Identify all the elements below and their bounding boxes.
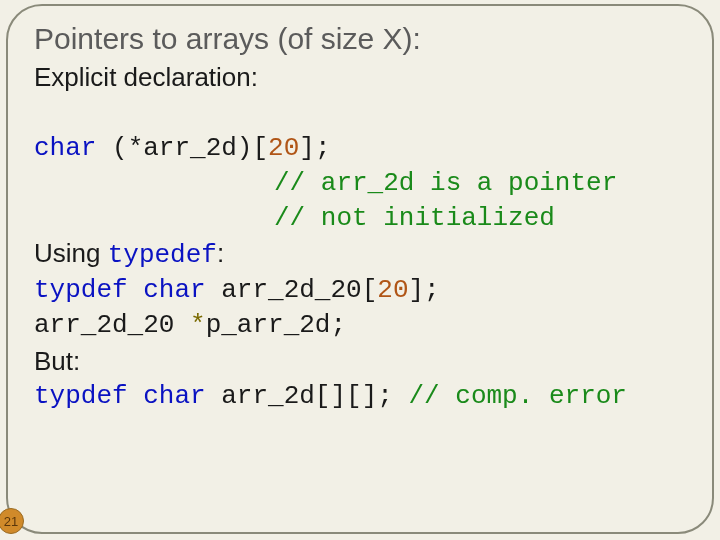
code-text: (*arr_2d)[ — [96, 133, 268, 163]
slide-title: Pointers to arrays (of size X): — [34, 22, 686, 56]
slide: Pointers to arrays (of size X): Explicit… — [0, 0, 720, 540]
code-text: p_arr_2d; — [206, 310, 346, 340]
code-line-but: But: — [34, 344, 686, 379]
code-text: arr_2d_20[ — [206, 275, 378, 305]
code-line-4: arr_2d_20 *p_arr_2d; — [34, 308, 686, 343]
slide-subhead: Explicit declaration: — [34, 62, 686, 93]
number-literal: 20 — [268, 133, 299, 163]
page-number-badge: 21 — [0, 508, 24, 534]
number-literal: 20 — [377, 275, 408, 305]
keyword-typedef: typdef — [34, 381, 128, 411]
keyword-char: char — [143, 381, 205, 411]
code-text: ]; — [299, 133, 330, 163]
code-block: char (*arr_2d)[20]; // arr_2d is a point… — [34, 131, 686, 414]
code-text: arr_2d_20 — [34, 310, 190, 340]
code-text: ]; — [409, 275, 440, 305]
comment-line-2: // not initialized — [34, 201, 686, 236]
code-line-6: typdef char arr_2d[][]; // comp. error — [34, 379, 686, 414]
plain-text: Using — [34, 238, 108, 268]
code-line-1: char (*arr_2d)[20]; — [34, 131, 686, 166]
plain-text: : — [217, 238, 224, 268]
code-line-3: typdef char arr_2d_20[20]; — [34, 273, 686, 308]
operator-star: * — [190, 310, 206, 340]
code-line-using: Using typedef: — [34, 236, 686, 273]
slide-frame: Pointers to arrays (of size X): Explicit… — [6, 4, 714, 534]
keyword-typedef: typedef — [108, 240, 217, 270]
keyword-typedef: typdef — [34, 275, 128, 305]
comment-error: // comp. error — [409, 381, 627, 411]
keyword-char: char — [34, 133, 96, 163]
code-text: arr_2d[][]; — [206, 381, 409, 411]
comment-line-1: // arr_2d is a pointer — [34, 166, 686, 201]
keyword-char: char — [143, 275, 205, 305]
